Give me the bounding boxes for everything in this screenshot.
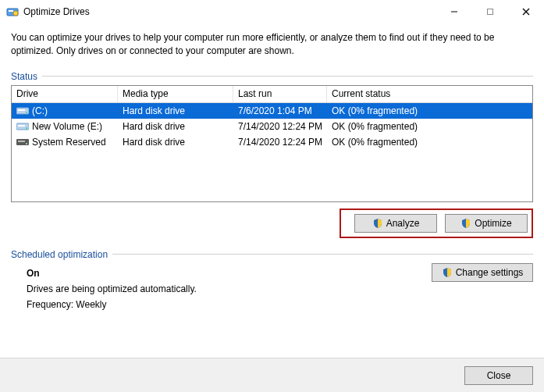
svg-point-15: [26, 143, 27, 144]
status-section-label: Status: [11, 71, 533, 82]
table-body: (C:)Hard disk drive7/6/2020 1:04 PMOK (0…: [12, 103, 532, 150]
action-button-row: Analyze Optimize: [340, 208, 533, 238]
minimize-button[interactable]: [436, 0, 472, 23]
drive-icon: [16, 122, 29, 131]
drive-name: New Volume (E:): [32, 121, 102, 132]
divider: [42, 76, 533, 77]
optimize-label: Optimize: [475, 218, 511, 229]
media-type: Hard disk drive: [118, 119, 233, 134]
drive-icon: [16, 137, 29, 147]
analyze-button[interactable]: Analyze: [354, 214, 437, 233]
svg-rect-4: [488, 9, 493, 15]
description-text: You can optimize your drives to help you…: [11, 31, 533, 59]
schedule-frequency: Frequency: Weekly: [27, 299, 533, 310]
drive-name: (C:): [32, 105, 48, 116]
col-status[interactable]: Current status: [327, 86, 532, 102]
last-run: 7/6/2020 1:04 PM: [233, 103, 327, 119]
optimize-button[interactable]: Optimize: [445, 214, 528, 233]
shield-icon: [372, 218, 383, 229]
svg-rect-11: [18, 125, 25, 127]
divider: [112, 254, 533, 255]
last-run: 7/14/2020 12:24 PM: [233, 119, 327, 134]
maximize-button[interactable]: [472, 0, 508, 23]
current-status: OK (0% fragmented): [327, 134, 532, 150]
drives-table: Drive Media type Last run Current status…: [11, 85, 533, 202]
table-row[interactable]: New Volume (E:)Hard disk drive7/14/2020 …: [12, 119, 532, 134]
shield-icon: [442, 267, 453, 278]
analyze-label: Analyze: [386, 218, 420, 229]
svg-point-12: [26, 127, 27, 129]
close-label: Close: [487, 370, 511, 381]
window-title: Optimize Drives: [23, 6, 436, 17]
last-run: 7/14/2020 12:24 PM: [233, 134, 327, 150]
schedule-section-label: Scheduled optimization: [11, 249, 533, 260]
svg-rect-8: [18, 109, 25, 111]
media-type: Hard disk drive: [118, 103, 233, 119]
footer: Close: [0, 358, 544, 392]
schedule-body: On Drives are being optimized automatica…: [11, 263, 533, 310]
change-settings-label: Change settings: [456, 267, 524, 278]
svg-rect-14: [18, 141, 25, 142]
close-window-button[interactable]: [508, 0, 544, 23]
svg-point-2: [13, 11, 18, 16]
close-button[interactable]: Close: [464, 366, 533, 385]
app-icon: [6, 5, 19, 18]
drive-name: System Reserved: [32, 137, 106, 148]
col-drive[interactable]: Drive: [12, 86, 118, 102]
shield-icon: [460, 218, 471, 229]
table-header: Drive Media type Last run Current status: [12, 86, 532, 103]
svg-rect-1: [9, 10, 13, 12]
current-status: OK (0% fragmented): [327, 103, 532, 119]
titlebar: Optimize Drives: [0, 0, 544, 23]
current-status: OK (0% fragmented): [327, 119, 532, 134]
schedule-label-text: Scheduled optimization: [11, 249, 108, 260]
col-last[interactable]: Last run: [233, 86, 327, 102]
table-row[interactable]: (C:)Hard disk drive7/6/2020 1:04 PMOK (0…: [12, 103, 532, 119]
svg-point-9: [26, 112, 27, 113]
status-label-text: Status: [11, 71, 37, 82]
drive-icon: [16, 106, 29, 116]
schedule-line1: Drives are being optimized automatically…: [27, 283, 533, 294]
media-type: Hard disk drive: [118, 134, 233, 150]
table-row[interactable]: System ReservedHard disk drive7/14/2020 …: [12, 134, 532, 150]
change-settings-button[interactable]: Change settings: [432, 263, 533, 282]
col-media[interactable]: Media type: [118, 86, 233, 102]
